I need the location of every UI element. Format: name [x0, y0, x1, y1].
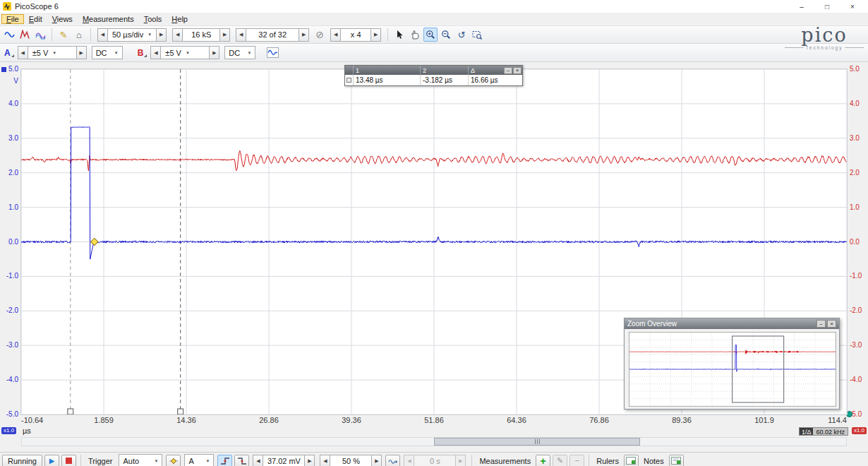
add-icon: + [541, 456, 546, 466]
samples-increase-button[interactable]: ▶ [219, 28, 230, 42]
scrollbar-thumb[interactable] [434, 438, 640, 446]
zoom-overview-window[interactable]: Zoom Overview – × [624, 318, 840, 410]
zoom-overview-body[interactable] [629, 332, 836, 407]
trigger-source-select[interactable]: A▼ [184, 454, 214, 466]
menu-file[interactable]: File [1, 14, 24, 24]
channel-b-range-select[interactable]: ±5 V▼ [161, 46, 209, 59]
buffer-overview-button[interactable]: ⊘ [313, 28, 327, 42]
zoom-out-tool-button[interactable] [439, 28, 453, 42]
menu-tools[interactable]: Tools [139, 14, 167, 24]
channel-a-button[interactable]: A [2, 47, 14, 59]
trigger-marker-button[interactable] [166, 455, 181, 466]
ruler-legend-close-button[interactable]: × [513, 67, 522, 74]
buffer-position[interactable]: 32 of 32 [246, 28, 299, 42]
channel-b-coupling-value: DC [229, 49, 240, 57]
x-axis-tick-label: 26.86 [247, 416, 291, 424]
persistence-mode-icon [35, 30, 46, 40]
time-ruler-handle-1[interactable] [178, 409, 183, 414]
zoom-overview-close-button[interactable]: × [827, 320, 836, 328]
channel-a-axis-marker[interactable] [1, 67, 6, 72]
y-axis-tick-label: -2.0 [850, 306, 862, 314]
trigger-level-increase-button[interactable]: ▶ [304, 455, 315, 466]
menu-measurements[interactable]: Measurements [78, 14, 139, 24]
rulers-icon [626, 456, 637, 465]
channel-b-button[interactable]: B [135, 47, 147, 59]
channel-a-coupling-select[interactable]: DC▼ [92, 46, 123, 59]
ruler-legend-col-1: 1 [354, 66, 421, 75]
y-axis-tick-label: -1.0 [6, 272, 18, 280]
channel-b-coupling-select[interactable]: DC▼ [224, 46, 255, 59]
waveform-area[interactable]: 1 2 Δ – × 13.48 µs -3.182 µs 16.66 µs Zo… [21, 69, 847, 414]
minimize-button[interactable]: – [789, 1, 814, 13]
edit-measurement-button[interactable]: ✎ [553, 455, 567, 466]
add-measurement-button[interactable]: + [536, 455, 550, 466]
trigger-label: Trigger [85, 457, 115, 465]
pre-trigger-input[interactable]: 50 % [330, 455, 371, 466]
start-button[interactable]: ▶ [44, 455, 59, 466]
x-axis-unit: µs [23, 426, 31, 435]
zoom-in-tool-button[interactable] [423, 28, 438, 42]
timebase-increase-button[interactable]: ▶ [156, 28, 167, 42]
spectrum-mode-button[interactable] [18, 28, 32, 42]
holdoff-increase-button[interactable]: ▶ [455, 455, 466, 466]
channel-b-range-decrease-button[interactable]: ◀ [150, 46, 161, 59]
samples-decrease-button[interactable]: ◀ [172, 28, 183, 42]
rulers-button[interactable] [624, 455, 639, 466]
zoom-increase-button[interactable]: ▶ [370, 28, 381, 42]
channel-b-range-increase-button[interactable]: ▶ [209, 46, 219, 59]
post-trigger-button[interactable] [385, 455, 400, 466]
home-button[interactable]: ⌂ [72, 28, 86, 42]
zoom-decrease-button[interactable]: ◀ [330, 28, 341, 42]
maximize-button[interactable]: □ [814, 1, 840, 13]
samples-input[interactable]: 16 kS [183, 28, 219, 42]
close-button[interactable]: × [840, 1, 865, 13]
x-axis-tick-label: 1.859 [82, 416, 126, 424]
trigger-level-input[interactable]: 37.02 mV [263, 455, 304, 466]
timebase-decrease-button[interactable]: ◀ [97, 28, 108, 42]
stop-button[interactable] [61, 455, 76, 466]
zoom-overview-titlebar[interactable]: Zoom Overview – × [625, 318, 839, 329]
rising-edge-button[interactable] [217, 455, 232, 466]
notes-button[interactable] [669, 455, 684, 466]
zoom-factor-value[interactable]: x 4 [341, 28, 370, 42]
x-axis-tick-label: 89.36 [660, 416, 704, 424]
falling-edge-button[interactable] [234, 455, 249, 466]
pan-tool-button[interactable] [408, 28, 422, 42]
horizontal-scrollbar[interactable] [21, 437, 847, 446]
menu-views[interactable]: Views [47, 14, 78, 24]
channel-b-scale-badge: x1.0 [852, 427, 867, 434]
signal-generator-button[interactable] [265, 46, 279, 60]
ruler-legend[interactable]: 1 2 Δ – × 13.48 µs -3.182 µs 16.66 µs [344, 65, 523, 86]
menu-edit[interactable]: Edit [24, 14, 47, 24]
marquee-zoom-button[interactable] [470, 28, 484, 42]
zoom-overview-minimize-button[interactable]: – [816, 320, 826, 328]
persistence-mode-button[interactable] [33, 28, 47, 42]
buffer-next-button[interactable]: ▶ [299, 28, 309, 42]
scope-mode-icon [4, 30, 15, 40]
channel-a-range-select[interactable]: ±5 V▼ [28, 46, 76, 59]
menu-help[interactable]: Help [167, 14, 193, 24]
pre-trigger-decrease-button[interactable]: ◀ [320, 455, 330, 466]
channel-a-range-decrease-button[interactable]: ◀ [18, 46, 28, 59]
scope-mode-button[interactable] [2, 28, 16, 42]
holdoff-decrease-button[interactable]: ◀ [404, 455, 414, 466]
time-ruler-handle-2[interactable] [68, 409, 73, 414]
buffer-previous-button[interactable]: ◀ [236, 28, 246, 42]
trigger-level-decrease-button[interactable]: ◀ [253, 455, 263, 466]
running-button[interactable]: Running [2, 455, 42, 466]
toolbar-separator [52, 28, 52, 41]
timebase-control: ◀ 50 µs/div▼ ▶ [97, 28, 167, 42]
app-icon [3, 2, 11, 11]
zoom-undo-button[interactable]: ↺ [454, 28, 469, 42]
trigger-marker[interactable] [91, 238, 98, 245]
post-trigger-icon [388, 456, 398, 466]
delete-measurement-button[interactable]: − [569, 455, 584, 466]
timebase-select[interactable]: 50 µs/div▼ [108, 28, 156, 42]
pre-trigger-increase-button[interactable]: ▶ [371, 455, 382, 466]
trigger-mode-select[interactable]: Auto▼ [119, 454, 162, 466]
channel-a-range-increase-button[interactable]: ▶ [76, 46, 87, 59]
edit-annotations-button[interactable]: ✎ [56, 28, 71, 42]
measurements-label: Measurements [476, 457, 534, 465]
normal-pointer-button[interactable] [392, 28, 406, 42]
ruler-legend-minimize-button[interactable]: – [504, 67, 512, 74]
